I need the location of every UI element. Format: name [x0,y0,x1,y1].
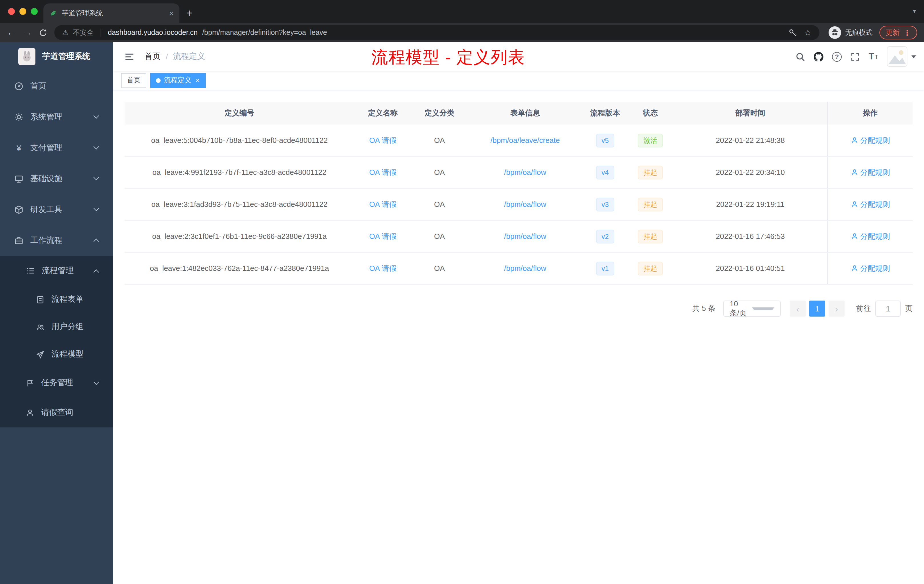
tab-close-icon[interactable]: × [169,9,174,17]
definition-category: OA [411,168,467,177]
security-label: 不安全 [73,28,94,38]
page-number-1[interactable]: 1 [809,300,825,317]
tab-search-chevron-icon[interactable]: ▾ [913,7,916,15]
help-icon[interactable]: ? [832,52,842,61]
tag-label: 流程定义 [164,76,191,85]
definition-name-link[interactable]: OA 请假 [369,135,396,145]
definition-name-link[interactable]: OA 请假 [369,231,396,241]
user-menu[interactable] [887,46,916,67]
logo-image [18,48,35,65]
table-row: oa_leave:5:004b710b-7b8a-11ec-8ef0-acde4… [125,125,912,157]
close-window-button[interactable] [8,8,15,15]
key-icon[interactable] [789,28,797,37]
sidebar-item-label: 用户分组 [51,322,83,332]
paper-plane-icon [36,350,45,358]
assign-rule-link[interactable]: 分配规则 [851,263,890,274]
assign-rule-link[interactable]: 分配规则 [851,135,890,145]
browser-update-menu[interactable]: 更新 ⋮ [879,26,917,40]
form-info-link[interactable]: /bpm/oa/flow [504,264,546,272]
back-icon[interactable]: ← [7,28,16,37]
next-page-button[interactable]: › [828,300,845,317]
sidebar-item-label: 支付管理 [30,143,62,153]
tab-title: 芋道管理系统 [62,8,165,18]
address-bar[interactable]: ⚠ 不安全 dashboard.yudao.iocoder.cn/bpm/man… [54,25,819,40]
sidebar-item-workflow[interactable]: 工作流程 [0,225,113,256]
definition-table: 定义编号 定义名称 定义分类 表单信息 流程版本 状态 部署时间 操作 oa_l… [125,102,912,285]
page-goto-input[interactable] [875,300,901,317]
assign-rule-link[interactable]: 分配规则 [851,231,890,241]
app-logo[interactable]: 芋道管理系统 [0,42,113,71]
sidebar-item-label: 流程表单 [51,294,83,305]
incognito-spy-icon [828,26,841,39]
sidebar-item-leave-query[interactable]: 请假查询 [0,398,113,427]
omnibox-divider [101,28,101,36]
definition-name-link[interactable]: OA 请假 [369,263,396,274]
status-badge: 挂起 [638,198,663,211]
person-icon [851,168,858,176]
cube-icon [14,205,23,214]
breadcrumb-home[interactable]: 首页 [145,51,160,62]
search-icon[interactable] [795,52,805,61]
breadcrumb-separator: / [166,52,168,61]
definition-id: oa_leave:1:482ec033-762a-11ec-8477-a2380… [125,264,354,272]
browser-tab[interactable]: 芋道管理系统 × [43,3,180,23]
bookmark-star-icon[interactable]: ☆ [804,28,812,37]
tag-process-definition[interactable]: 流程定义 × [150,73,205,88]
app-title: 芋道管理系统 [42,51,90,62]
form-info-link[interactable]: /bpm/oa/leave/create [490,136,560,145]
version-badge: v1 [596,261,614,275]
chevron-down-icon [93,205,99,211]
top-navbar: 首页 / 流程定义 流程模型 - 定义列表 ? TT [113,42,924,71]
sidebar-item-user-group[interactable]: 用户分组 [0,313,113,341]
sidebar-item-infrastructure[interactable]: 基础设施 [0,163,113,194]
refresh-icon[interactable] [39,28,48,37]
tag-close-icon[interactable]: × [195,77,200,84]
sidebar-item-process-management[interactable]: 流程管理 [0,256,113,286]
definition-id: oa_leave:2:3c1f0ef1-76b1-11ec-9c66-a2380… [125,232,354,241]
new-tab-button[interactable]: + [186,8,192,18]
sidebar-item-task-management[interactable]: 任务管理 [0,368,113,398]
assign-rule-link[interactable]: 分配规则 [851,199,890,210]
chevron-down-icon [93,175,99,180]
sidebar-item-home[interactable]: 首页 [0,71,113,102]
fullscreen-icon[interactable] [850,52,860,61]
security-warning-icon[interactable]: ⚠ [62,28,69,36]
chevron-down-icon [93,113,99,119]
definition-name-link[interactable]: OA 请假 [369,199,396,210]
page-unit-label: 页 [905,304,912,314]
sidebar-item-devtools[interactable]: 研发工具 [0,194,113,225]
sidebar-item-process-form[interactable]: 流程表单 [0,286,113,313]
minimize-window-button[interactable] [20,8,26,15]
prev-page-button[interactable]: ‹ [790,300,806,317]
font-size-icon[interactable]: TT [869,51,878,62]
definition-id: oa_leave:3:1fad3d93-7b75-11ec-a3c8-acde4… [125,200,354,209]
kebab-menu-icon[interactable]: ⋮ [903,28,911,37]
assign-rule-link[interactable]: 分配规则 [851,167,890,177]
chevron-down-icon [752,307,774,310]
annotation-text: 流程模型 - 定义列表 [371,46,525,69]
tag-label: 首页 [127,76,140,85]
sidebar-item-payment[interactable]: ¥ 支付管理 [0,133,113,163]
hamburger-icon[interactable] [121,52,138,61]
table-row: oa_leave:4:991f2193-7b7f-11ec-a3c8-acde4… [125,157,912,188]
version-badge: v5 [596,134,614,147]
form-info-link[interactable]: /bpm/oa/flow [504,200,546,209]
form-info-link[interactable]: /bpm/oa/flow [504,232,546,241]
maximize-window-button[interactable] [31,8,38,15]
active-dot [156,78,160,82]
deploy-time: 2022-01-16 01:40:51 [673,264,827,272]
browser-toolbar: ← → ⚠ 不安全 dashboard.yudao.iocoder.cn/bpm… [0,23,924,42]
page-size-select[interactable]: 10条/页 [723,300,780,317]
sidebar-item-process-model[interactable]: 流程模型 [0,341,113,368]
navbar-actions: ? TT [795,46,916,67]
github-icon[interactable] [814,52,823,61]
sidebar-item-system[interactable]: 系统管理 [0,102,113,133]
form-info-link[interactable]: /bpm/oa/flow [504,168,546,177]
definition-category: OA [411,232,467,241]
status-badge: 激活 [638,134,663,147]
tag-home[interactable]: 首页 [121,73,146,88]
pagination-total: 共 5 条 [692,304,715,314]
definition-name-link[interactable]: OA 请假 [369,167,396,177]
forward-icon[interactable]: → [23,28,32,37]
status-badge: 挂起 [638,229,663,243]
